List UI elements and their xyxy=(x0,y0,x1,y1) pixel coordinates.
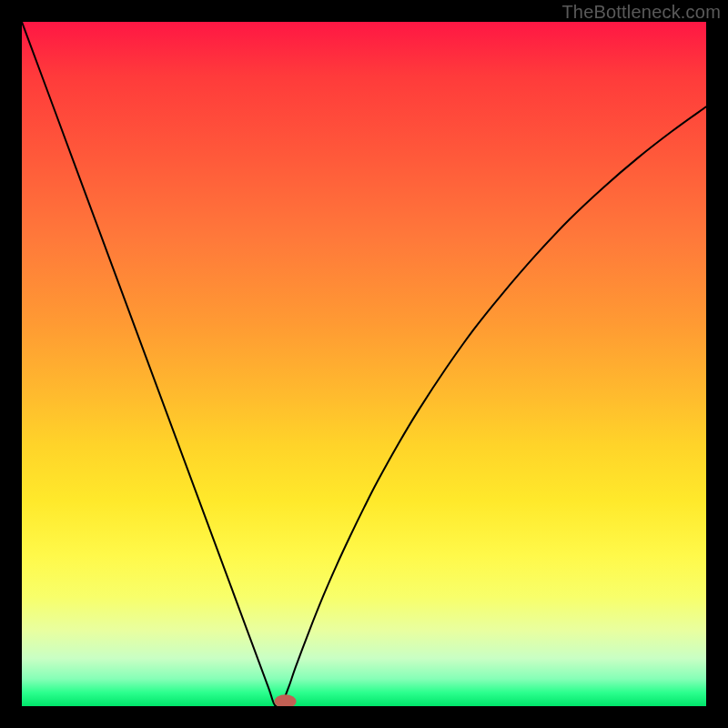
plot-area xyxy=(22,22,706,706)
watermark-text: TheBottleneck.com xyxy=(561,2,721,23)
chart-frame: TheBottleneck.com xyxy=(0,0,728,728)
minimum-marker xyxy=(274,694,296,706)
marker-layer xyxy=(22,22,706,706)
